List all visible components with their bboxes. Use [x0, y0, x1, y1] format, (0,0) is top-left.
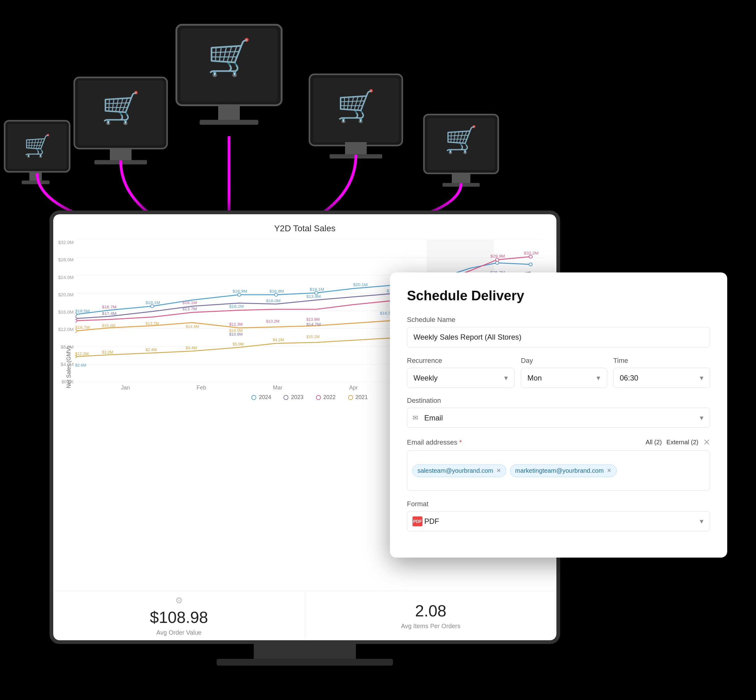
email-tag-1-remove[interactable]: ✕ [607, 467, 611, 474]
svg-text:$16.7M: $16.7M [102, 305, 117, 309]
svg-text:$16.7M: $16.7M [75, 325, 90, 330]
avg-order-value: $108.98 [150, 608, 208, 627]
svg-point-42 [496, 261, 499, 264]
svg-point-53 [75, 319, 77, 322]
svg-point-55 [529, 255, 532, 258]
recurrence-label: Recurrence [407, 357, 514, 365]
dashboard-stand [254, 641, 356, 659]
x-label-apr: Apr [349, 384, 358, 391]
svg-point-43 [529, 263, 532, 266]
svg-text:$4.2M: $4.2M [273, 338, 284, 342]
svg-point-39 [274, 293, 278, 296]
schedule-name-group: Schedule Name [407, 316, 710, 347]
svg-text:$17.4M: $17.4M [102, 311, 117, 316]
pdf-icon: PDF [413, 516, 422, 526]
x-label-jan: Jan [121, 384, 130, 391]
legend-2022: 2022 [316, 394, 336, 401]
format-label: Format [407, 500, 710, 508]
metric-avg-items: 2.08 Avg Items Per Orders [305, 591, 557, 640]
svg-text:$13.7M: $13.7M [182, 306, 197, 311]
svg-text:$13.2M: $13.2M [266, 319, 279, 323]
svg-text:$13.9M: $13.9M [306, 317, 320, 321]
time-select-wrapper: 06:30 07:00 08:00 ▼ [613, 368, 710, 388]
format-select[interactable]: PDF CSV Excel [407, 511, 710, 531]
svg-point-58 [75, 330, 77, 333]
svg-text:$13.9M: $13.9M [306, 294, 321, 298]
destination-group: Destination ✉ Email Slack ▼ [407, 397, 710, 428]
svg-text:$12.3M: $12.3M [229, 322, 243, 326]
format-group: Format PDF PDF CSV Excel ▼ [407, 500, 710, 531]
external-badge: External (2) [667, 439, 698, 446]
recurrence-select[interactable]: Weekly Daily Monthly [407, 368, 514, 388]
destination-select-wrapper: ✉ Email Slack ▼ [407, 408, 710, 428]
svg-text:$5.0M: $5.0M [233, 342, 244, 346]
email-addresses-label: Email addresses [407, 438, 462, 447]
svg-text:$10.8M: $10.8M [229, 332, 243, 336]
dashboard-base [217, 659, 393, 666]
svg-text:$16.0M: $16.0M [266, 298, 281, 303]
schedule-name-input[interactable] [407, 327, 710, 347]
email-tag-1: marketingteam@yourbrand.com ✕ [510, 464, 617, 477]
svg-text:$19.1M: $19.1M [310, 287, 324, 291]
email-addresses-header: Email addresses All (2) External (2) ✕ [407, 437, 710, 447]
day-col: Day Mon Tue Wed Thu Fri Sat Sun ▼ [521, 357, 607, 388]
email-tag-1-text: marketingteam@yourbrand.com [515, 467, 604, 474]
time-label: Time [613, 357, 710, 365]
svg-text:$32.2M: $32.2M [524, 251, 538, 255]
email-addresses-group: Email addresses All (2) External (2) ✕ s… [407, 437, 710, 491]
svg-point-36 [75, 313, 77, 316]
avg-items-value: 2.08 [415, 602, 446, 620]
recurrence-row: Recurrence Weekly Daily Monthly ▼ Day Mo… [407, 357, 710, 388]
svg-text:$19.1M: $19.1M [145, 300, 160, 305]
svg-point-54 [496, 258, 499, 261]
svg-text:$13.7M: $13.7M [145, 321, 159, 325]
day-select[interactable]: Mon Tue Wed Thu Fri Sat Sun [521, 368, 607, 388]
avg-order-label: Avg Order Value [156, 629, 201, 636]
svg-text:$20.1M: $20.1M [353, 282, 368, 287]
x-label-feb: Feb [196, 384, 206, 391]
svg-text:$15.4M: $15.4M [102, 323, 115, 328]
svg-text:$14.4M: $14.4M [185, 325, 199, 328]
email-icon: ✉ [413, 414, 418, 422]
x-label-mar: Mar [273, 384, 282, 391]
day-label: Day [521, 357, 607, 365]
metrics-bar: ⚙ $108.98 Avg Order Value 2.08 Avg Items… [53, 591, 556, 640]
svg-text:$2.6M: $2.6M [75, 363, 86, 367]
svg-text:$12.2M: $12.2M [75, 352, 89, 356]
time-col: Time 06:30 07:00 08:00 ▼ [613, 357, 710, 388]
svg-text:$16.9M: $16.9M [233, 289, 247, 293]
svg-point-37 [150, 305, 154, 308]
svg-text:$16.1M: $16.1M [182, 300, 197, 305]
svg-text:$14.7M: $14.7M [306, 322, 321, 326]
remove-all-button[interactable]: ✕ [703, 437, 710, 447]
day-select-wrapper: Mon Tue Wed Thu Fri Sat Sun ▼ [521, 368, 607, 388]
svg-text:$16.9M: $16.9M [270, 289, 284, 293]
svg-point-38 [238, 293, 241, 296]
legend-2024: 2024 [251, 394, 271, 401]
chart-title: Y2D Total Sales [65, 223, 544, 233]
svg-text:$18.5M: $18.5M [75, 309, 90, 313]
monitors-section [0, 0, 756, 242]
email-tag-0-remove[interactable]: ✕ [496, 467, 501, 474]
panel-title: Schedule Delivery [407, 288, 710, 303]
svg-text:$3.2M: $3.2M [102, 350, 113, 354]
recurrence-select-wrapper: Weekly Daily Monthly ▼ [407, 368, 514, 388]
svg-text:$2.4M: $2.4M [145, 348, 157, 352]
all-badge: All (2) [645, 439, 662, 446]
svg-text:$15.2M: $15.2M [306, 335, 320, 339]
email-tag-0-text: salesteam@yourbrand.com [418, 467, 493, 474]
time-select[interactable]: 06:30 07:00 08:00 [613, 368, 710, 388]
email-tag-0: salesteam@yourbrand.com ✕ [412, 464, 506, 477]
legend-2023: 2023 [284, 394, 303, 401]
svg-text:$3.4M: $3.4M [185, 346, 197, 350]
legend-2021: 2021 [348, 394, 368, 401]
destination-select[interactable]: Email Slack [407, 408, 710, 428]
destination-label: Destination [407, 397, 710, 405]
settings-icon: ⚙ [175, 595, 183, 606]
avg-items-label: Avg Items Per Orders [401, 623, 460, 630]
email-tags-container[interactable]: salesteam@yourbrand.com ✕ marketingteam@… [407, 450, 710, 491]
schedule-panel: Schedule Delivery Schedule Name Recurren… [390, 272, 727, 558]
svg-text:$29.9M: $29.9M [491, 254, 505, 258]
schedule-name-label: Schedule Name [407, 316, 710, 324]
format-select-wrapper: PDF PDF CSV Excel ▼ [407, 511, 710, 531]
